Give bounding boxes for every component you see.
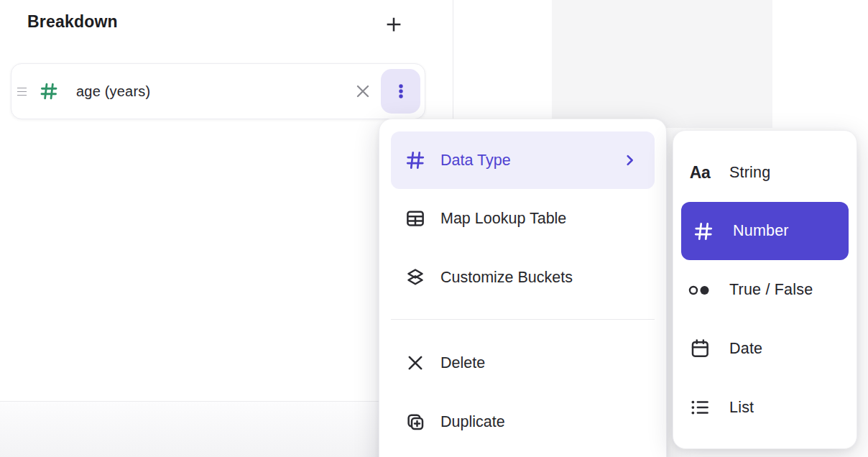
submenu-item-label: String [729,164,770,182]
panel-divider [453,0,453,129]
list-bullets-icon [688,397,712,418]
field-name: age (years) [76,83,150,100]
menu-item-label: Duplicate [440,413,505,431]
number-type-icon [39,81,59,101]
data-type-submenu: Aa String Number True / False Date [673,130,857,449]
chevron-right-icon [622,152,637,168]
x-icon [403,353,428,373]
kebab-icon [392,81,410,101]
calendar-icon [688,338,712,359]
add-breakdown-button[interactable] [378,9,410,40]
submenu-item-label: True / False [729,281,813,299]
breakdown-panel-title: Breakdown [27,12,118,32]
submenu-item-label: Number [733,222,789,240]
menu-item-duplicate[interactable]: Duplicate [379,392,666,451]
close-icon [354,82,372,101]
submenu-item-list[interactable]: List [673,378,857,437]
menu-divider [391,319,655,320]
submenu-item-string[interactable]: Aa String [673,143,857,202]
field-context-menu: Data Type Map Lookup Table Customize Buc… [379,119,667,457]
submenu-item-date[interactable]: Date [673,319,857,378]
boolean-circles-icon [688,281,712,298]
app-root: Breakdown age (years) Data Type [0,0,868,457]
stack-icon [403,267,428,288]
plus-icon [383,14,405,35]
string-icon: Aa [688,163,712,183]
submenu-item-true-false[interactable]: True / False [673,260,857,319]
menu-item-label: Customize Buckets [440,269,573,287]
submenu-item-label: Date [729,340,762,358]
duplicate-icon [403,411,428,433]
menu-item-delete[interactable]: Delete [379,333,666,392]
field-more-options-button[interactable] [381,69,420,114]
menu-item-label: Map Lookup Table [440,210,566,228]
table-icon [403,208,428,229]
drag-handle-icon[interactable] [17,83,29,100]
breakdown-field-card: age (years) [11,63,425,119]
content-placeholder-area [552,0,772,128]
menu-item-map-lookup-table[interactable]: Map Lookup Table [379,189,666,248]
menu-item-label: Delete [440,354,485,372]
remove-field-button[interactable] [351,79,375,103]
menu-item-customize-buckets[interactable]: Customize Buckets [379,248,666,307]
hash-icon [691,221,716,242]
menu-item-data-type[interactable]: Data Type [391,131,655,189]
menu-item-label: Data Type [440,152,511,170]
submenu-item-number[interactable]: Number [681,202,849,260]
submenu-item-label: List [729,399,754,417]
hash-icon [403,149,428,171]
